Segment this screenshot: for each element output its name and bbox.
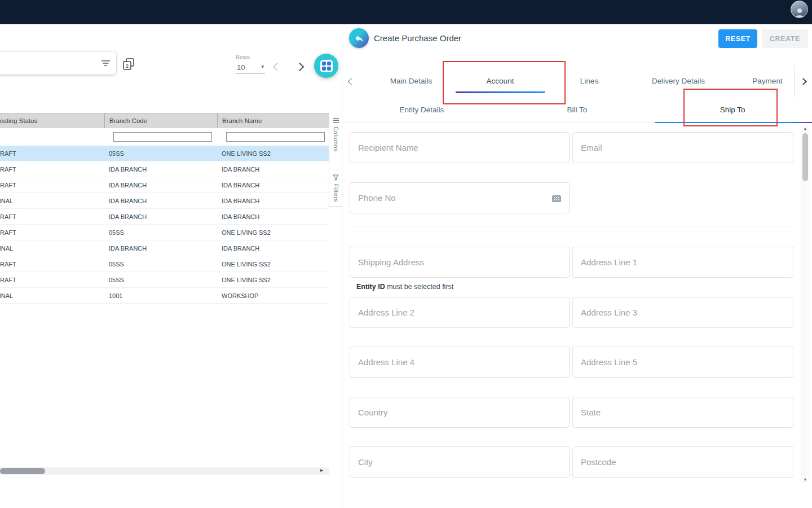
entity-id-hint-bold: Entity ID — [356, 283, 385, 291]
table-row[interactable]: DRAFT 05SS ONE LIVING SS2 — [0, 256, 329, 272]
table-row[interactable]: DRAFT 05SS ONE LIVING SS2 — [0, 146, 329, 161]
cell-branch-code: 05SS — [104, 146, 217, 161]
filter-list-icon[interactable] — [102, 59, 110, 69]
address-line-1-input[interactable] — [572, 247, 793, 278]
vertical-scrollbar[interactable]: ▲ ▼ — [801, 125, 809, 483]
table-row[interactable]: DRAFT IDA BRANCH IDA BRANCH — [0, 177, 329, 193]
create-button[interactable]: CREATE — [762, 29, 808, 48]
table-row[interactable]: FINAL 1001 WORKSHOP — [0, 288, 329, 304]
filter-cell-branch-code — [104, 128, 217, 146]
tab-lines[interactable]: Lines — [545, 69, 634, 93]
subtab-ship-to[interactable]: Ship To — [655, 97, 810, 122]
filter-cell-posting-status — [0, 128, 104, 146]
funnel-icon — [333, 174, 339, 181]
top-navigation-bar — [0, 0, 812, 24]
page-title: Create Purchase Order — [374, 28, 461, 48]
cell-branch-code: IDA BRANCH — [104, 209, 217, 224]
view-switch-button[interactable] — [314, 54, 338, 78]
tabs-scroll-left-button[interactable] — [349, 69, 364, 93]
scroll-up-icon[interactable]: ▲ — [801, 126, 809, 130]
cell-branch-name: ONE LIVING SS2 — [217, 256, 329, 271]
address-line-5-input[interactable] — [572, 347, 793, 378]
cell-posting-status: FINAL — [0, 240, 104, 256]
tab-main-details[interactable]: Main Details — [367, 69, 456, 93]
vertical-scrollbar-thumb[interactable] — [802, 133, 808, 181]
cell-posting-status: DRAFT — [0, 272, 104, 287]
cell-branch-name: ONE LIVING SS2 — [217, 146, 329, 161]
tabs-scroll-right-button[interactable] — [794, 65, 812, 98]
address-line-2-input[interactable] — [350, 297, 570, 328]
horizontal-scrollbar[interactable] — [0, 467, 329, 475]
column-header-posting-status[interactable]: Posting Status — [0, 113, 104, 128]
filters-panel-button[interactable]: Filters — [329, 169, 342, 207]
tab-delivery-details[interactable]: Delivery Details — [634, 69, 723, 93]
scroll-right-icon[interactable]: ▸ — [320, 467, 323, 473]
cell-posting-status: DRAFT — [0, 209, 104, 224]
horizontal-scrollbar-thumb[interactable] — [0, 468, 45, 474]
table-row[interactable]: DRAFT IDA BRANCH IDA BRANCH — [0, 209, 329, 225]
branch-name-filter-input[interactable] — [226, 132, 325, 142]
person-icon — [793, 7, 806, 17]
columns-panel-button[interactable]: Columns — [329, 113, 342, 169]
form-section-divider — [350, 226, 793, 226]
table-row[interactable]: DRAFT IDA BRANCH IDA BRANCH — [0, 161, 329, 177]
table-row[interactable]: DRAFT 05SS ONE LIVING SS2 — [0, 272, 329, 288]
user-avatar[interactable] — [791, 1, 808, 18]
city-input[interactable] — [350, 446, 570, 478]
subtab-entity-details[interactable]: Entity Details — [344, 97, 500, 122]
state-input[interactable] — [572, 397, 793, 428]
cell-branch-name: IDA BRANCH — [217, 177, 329, 192]
svg-text:2: 2 — [126, 63, 129, 69]
previous-page-button[interactable] — [274, 62, 280, 72]
cell-branch-name: IDA BRANCH — [217, 161, 329, 177]
grid-view-icon — [320, 60, 333, 72]
cell-posting-status: DRAFT — [0, 146, 104, 161]
entity-id-hint-text: must be selected first — [385, 283, 454, 291]
back-button[interactable] — [349, 28, 369, 48]
email-input[interactable] — [572, 132, 793, 163]
dial-pad-icon[interactable] — [552, 194, 561, 204]
purchase-order-table: Posting Status Branch Code Branch Name D… — [0, 113, 329, 304]
chevron-down-icon: ▾ — [261, 64, 264, 69]
table-filter-row — [0, 128, 329, 146]
search-input[interactable] — [0, 54, 94, 72]
recipient-name-input[interactable] — [350, 132, 570, 163]
postcode-input[interactable] — [572, 446, 793, 478]
branch-code-filter-input[interactable] — [113, 132, 212, 142]
subtab-bill-to[interactable]: Bill To — [500, 97, 655, 122]
rows-per-page-value: 10 — [237, 63, 245, 72]
filters-panel-label: Filters — [333, 184, 339, 202]
phone-input[interactable] — [350, 182, 570, 213]
cell-branch-name: ONE LIVING SS2 — [217, 225, 329, 240]
cell-branch-name: IDA BRANCH — [217, 240, 329, 256]
table-row[interactable]: FINAL IDA BRANCH IDA BRANCH — [0, 193, 329, 209]
cell-branch-code: IDA BRANCH — [104, 177, 217, 192]
column-header-branch-name[interactable]: Branch Name — [217, 113, 329, 128]
address-line-3-input[interactable] — [572, 297, 793, 328]
filter-cell-branch-name — [217, 128, 329, 146]
create-purchase-order-panel: Create Purchase Order RESET CREATE Main … — [342, 24, 812, 508]
reset-button[interactable]: RESET — [718, 29, 757, 48]
cell-branch-code: 1001 — [104, 288, 217, 303]
account-subtabs: Entity Details Bill To Ship To — [344, 97, 810, 123]
rows-per-page-select[interactable]: 10 ▾ — [236, 62, 265, 74]
cell-branch-code: 05SS — [104, 225, 217, 240]
cell-posting-status: DRAFT — [0, 161, 104, 177]
main-tabs: Main Details Account Lines Delivery Deta… — [367, 69, 812, 93]
next-page-button[interactable] — [297, 62, 303, 72]
address-line-4-input[interactable] — [350, 347, 570, 378]
stacked-view-2-icon[interactable]: 2 — [123, 58, 134, 73]
shipping-address-input[interactable] — [350, 247, 570, 278]
cell-branch-code: 05SS — [104, 272, 217, 287]
cell-branch-name: IDA BRANCH — [217, 209, 329, 224]
column-header-branch-code[interactable]: Branch Code — [104, 113, 217, 128]
country-input[interactable] — [350, 397, 570, 428]
cell-branch-code: IDA BRANCH — [104, 161, 217, 177]
tab-account[interactable]: Account — [456, 69, 545, 93]
search-card — [0, 52, 116, 75]
cell-posting-status: DRAFT — [0, 225, 104, 240]
table-row[interactable]: DRAFT 05SS ONE LIVING SS2 — [0, 225, 329, 240]
scroll-down-icon[interactable]: ▼ — [801, 478, 809, 481]
entity-id-hint: Entity ID must be selected first — [356, 283, 453, 291]
table-row[interactable]: FINAL IDA BRANCH IDA BRANCH — [0, 240, 329, 256]
